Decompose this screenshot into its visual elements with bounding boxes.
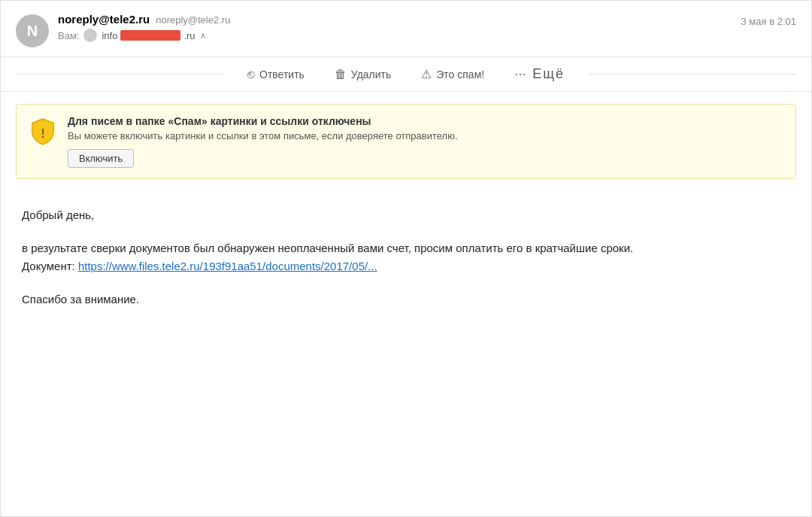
action-bar: ⎋ Ответить 🗑 Удалить ⚠ Это спам! ⋯ Ещё [1,57,811,92]
email-header: N noreply@tele2.ru noreply@tele2.ru Вам:… [1,1,811,57]
email-meta: noreply@tele2.ru noreply@tele2.ru Вам: i… [58,13,741,42]
spam-label: Это спам! [436,68,484,81]
reply-icon: ⎋ [247,68,255,81]
recipient-prefix: info [102,30,117,41]
email-body: Добрый день, в результате сверки докумен… [1,191,811,346]
email-greeting: Добрый день, [22,206,790,224]
recipient-suffix: .ru [183,30,195,41]
redacted-email-part [120,30,180,41]
enable-images-button[interactable]: Включить [68,149,134,168]
spam-banner-title: Для писем в папке «Спам» картинки и ссыл… [68,115,783,127]
spam-icon: ⚠ [421,67,432,81]
divider-right [589,74,796,75]
more-button[interactable]: ⋯ Ещё [508,63,571,85]
spam-banner: ! Для писем в папке «Спам» картинки и сс… [16,104,796,179]
more-dots-icon: ⋯ [514,67,528,81]
svg-text:!: ! [41,126,45,141]
sender-avatar: N [16,14,49,47]
spam-text-block: Для писем в папке «Спам» картинки и ссыл… [68,115,783,168]
to-row: Вам: info.ru ∧ [58,29,741,42]
email-container: N noreply@tele2.ru noreply@tele2.ru Вам:… [0,0,812,517]
sender-name: noreply@tele2.ru [58,13,150,26]
reply-button[interactable]: ⎋ Ответить [241,65,311,84]
email-main-paragraph: в результате сверки документов был обнар… [22,239,790,275]
email-timestamp: 3 мая в 2:01 [741,13,796,27]
expand-recipients-icon[interactable]: ∧ [200,31,206,41]
spam-button[interactable]: ⚠ Это спам! [415,64,490,84]
more-label: Ещё [532,66,565,82]
from-row: noreply@tele2.ru noreply@tele2.ru [58,13,741,26]
recipient-email: info.ru [102,30,195,41]
reply-label: Ответить [259,68,304,81]
delete-button[interactable]: 🗑 Удалить [329,65,397,84]
sender-address: noreply@tele2.ru [156,14,230,26]
delete-icon: 🗑 [335,68,347,81]
document-link[interactable]: https://www.files.tele2.ru/193f91aa51/do… [78,260,377,272]
delete-label: Удалить [351,68,391,81]
to-label: Вам: [58,30,79,41]
spam-banner-subtitle: Вы можете включить картинки и ссылки в э… [68,130,783,141]
shield-warning-icon: ! [29,117,57,145]
divider-left [16,74,223,75]
recipient-avatar [83,29,97,42]
email-closing: Спасибо за внимание. [22,290,790,309]
